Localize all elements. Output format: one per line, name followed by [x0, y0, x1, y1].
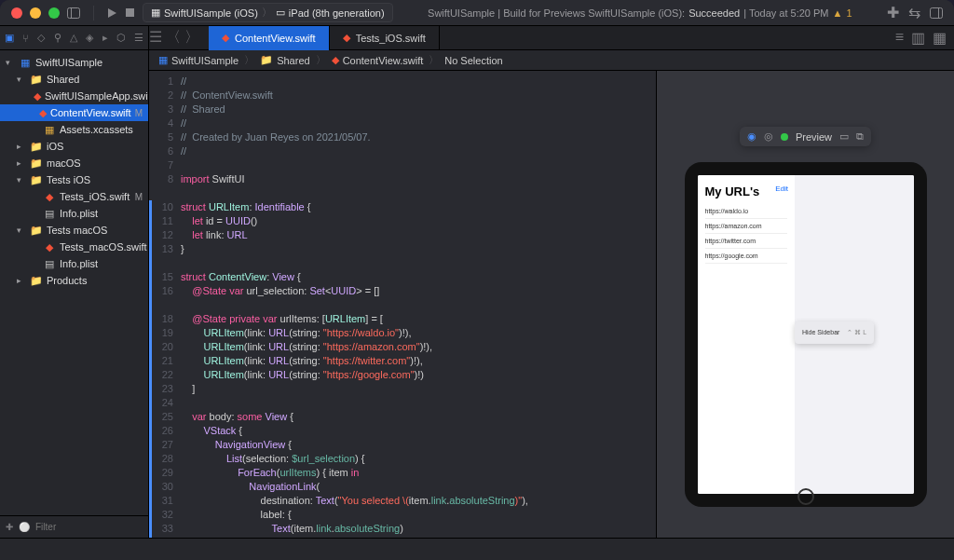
report-navigator-tab[interactable]: ☰ — [134, 32, 143, 44]
preview-label: Preview — [796, 131, 832, 143]
device-settings-icon[interactable]: ▭ — [839, 130, 849, 143]
breakpoint-navigator-tab[interactable]: ⬡ — [116, 32, 126, 44]
list-row[interactable]: https://amazon.com — [705, 219, 787, 234]
code-content[interactable]: // // ContentView.swift // Shared // // … — [181, 71, 528, 560]
minimize-window-button[interactable] — [30, 7, 41, 19]
folder-icon: 📁 — [260, 54, 273, 66]
canvas-live-icon[interactable]: ◎ — [764, 130, 773, 143]
home-button[interactable] — [797, 488, 814, 505]
inspector-toggle-icon[interactable] — [930, 4, 943, 21]
project-root[interactable]: ▾▦SwiftUISample — [0, 54, 148, 71]
scheme-name: SwiftUISample (iOS) — [164, 7, 258, 19]
hide-sidebar-tooltip: Hide Sidebar ⌃ ⌘ L — [795, 321, 874, 344]
file-contentview[interactable]: ◆ContentView.swiftM — [0, 104, 148, 121]
run-button[interactable] — [107, 7, 117, 19]
file-tests-macos[interactable]: ◆Tests_macOS.swift — [0, 239, 148, 255]
swift-icon: ◆ — [332, 54, 339, 66]
detail-view: Hide Sidebar ⌃ ⌘ L — [795, 175, 914, 494]
debug-navigator-tab[interactable]: ▸ — [102, 32, 108, 44]
folder-tests-macos[interactable]: ▾📁Tests macOS — [0, 222, 148, 239]
folder-ios[interactable]: ▸📁iOS — [0, 138, 148, 155]
filter-icon: ⚪ — [19, 522, 30, 532]
navigator-sidebar: ▣ ⑂ ◇ ⚲ △ ◈ ▸ ⬡ ☰ ▾▦SwiftUISample ▾📁Shar… — [0, 26, 149, 538]
library-plus-icon[interactable]: ✚ — [887, 4, 899, 21]
project-navigator-tab[interactable]: ▣ — [5, 32, 14, 44]
code-review-icon[interactable]: ⇆ — [908, 4, 920, 21]
folder-shared[interactable]: ▾📁Shared — [0, 71, 148, 88]
adjust-editor-icon[interactable]: ▥ — [911, 29, 925, 47]
file-plist-ios[interactable]: ▤Info.plist — [0, 205, 148, 222]
file-app[interactable]: ◆SwiftUISampleApp.swift — [0, 88, 148, 104]
sidebar-toggle-icon[interactable] — [67, 7, 80, 19]
duplicate-preview-icon[interactable]: ⧉ — [856, 130, 864, 143]
scheme-selector[interactable]: ▦ SwiftUISample (iOS) 〉 ▭ iPad (8th gene… — [143, 3, 393, 22]
swift-icon: ◆ — [343, 32, 350, 44]
change-bar — [149, 200, 152, 560]
back-button[interactable]: 〈 — [166, 28, 181, 48]
filter-input[interactable] — [35, 522, 154, 532]
app-icon: ▦ — [151, 7, 160, 19]
jump-bar[interactable]: ▦ SwiftUISample〉 📁 Shared〉 ◆ ContentView… — [149, 50, 954, 71]
line-gutter: 12345678 10111213 1516 18192021222324252… — [149, 71, 181, 560]
file-assets[interactable]: ▦Assets.xcassets — [0, 121, 148, 138]
preview-canvas: ◉ ◎ Preview ▭ ⧉ Edit My URL's https://wa… — [656, 71, 954, 560]
ipad-simulator: Edit My URL's https://waldo.io https://a… — [685, 162, 927, 507]
forward-button[interactable]: 〉 — [184, 28, 199, 48]
edit-button[interactable]: Edit — [775, 184, 788, 193]
file-plist-macos[interactable]: ▤Info.plist — [0, 255, 148, 272]
bottom-bar — [0, 538, 954, 560]
find-navigator-tab[interactable]: ⚲ — [54, 32, 61, 44]
list-row[interactable]: https://google.com — [705, 249, 787, 264]
stop-button[interactable] — [125, 7, 135, 18]
preview-status-dot — [781, 133, 788, 141]
tab-tests[interactable]: ◆ Tests_iOS.swift — [330, 26, 440, 50]
proj-icon: ▦ — [158, 54, 168, 66]
folder-tests-ios[interactable]: ▾📁Tests iOS — [0, 171, 148, 188]
device-icon: ▭ — [276, 7, 285, 19]
svg-rect-0 — [68, 7, 80, 18]
titlebar: ▦ SwiftUISample (iOS) 〉 ▭ iPad (8th gene… — [0, 0, 954, 26]
add-editor-icon[interactable]: ▦ — [933, 29, 947, 47]
related-items-icon[interactable]: ☰ — [149, 28, 162, 48]
svg-rect-3 — [931, 7, 943, 18]
list-row[interactable]: https://twitter.com — [705, 234, 787, 249]
tab-contentview[interactable]: ◆ ContentView.swift — [209, 26, 330, 50]
source-editor[interactable]: 12345678 10111213 1516 18192021222324252… — [149, 71, 656, 560]
swift-icon: ◆ — [222, 32, 229, 44]
canvas-selectable-icon[interactable]: ◉ — [747, 130, 756, 143]
symbol-navigator-tab[interactable]: ◇ — [37, 32, 45, 44]
zoom-window-button[interactable] — [48, 7, 60, 19]
navigator-tabs: ▣ ⑂ ◇ ⚲ △ ◈ ▸ ⬡ ☰ — [0, 26, 148, 50]
source-control-tab[interactable]: ⑂ — [22, 33, 29, 44]
device-name: iPad (8th generation) — [289, 7, 385, 19]
master-list: Edit My URL's https://waldo.io https://a… — [698, 175, 795, 494]
list-row[interactable]: https://waldo.io — [705, 204, 787, 219]
ipad-screen[interactable]: Edit My URL's https://waldo.io https://a… — [698, 175, 914, 494]
canvas-toolbar: ◉ ◎ Preview ▭ ⧉ — [740, 127, 871, 146]
traffic-lights — [11, 7, 60, 19]
svg-rect-2 — [126, 8, 134, 17]
navigator-filter: ✚ ⚪ ◔ ▣ — [0, 515, 148, 538]
issue-navigator-tab[interactable]: △ — [70, 32, 77, 44]
folder-products[interactable]: ▸📁Products — [0, 272, 148, 289]
project-tree: ▾▦SwiftUISample ▾📁Shared ◆SwiftUISampleA… — [0, 50, 148, 515]
close-window-button[interactable] — [11, 7, 22, 19]
folder-macos[interactable]: ▸📁macOS — [0, 155, 148, 171]
activity-status[interactable]: SwiftUISample | Build for Previews Swift… — [401, 7, 879, 19]
file-tests-ios[interactable]: ◆Tests_iOS.swiftM — [0, 188, 148, 205]
editor-options-icon[interactable]: ≡ — [895, 29, 904, 47]
test-navigator-tab[interactable]: ◈ — [86, 32, 93, 44]
add-target-button[interactable]: ✚ — [6, 522, 13, 532]
